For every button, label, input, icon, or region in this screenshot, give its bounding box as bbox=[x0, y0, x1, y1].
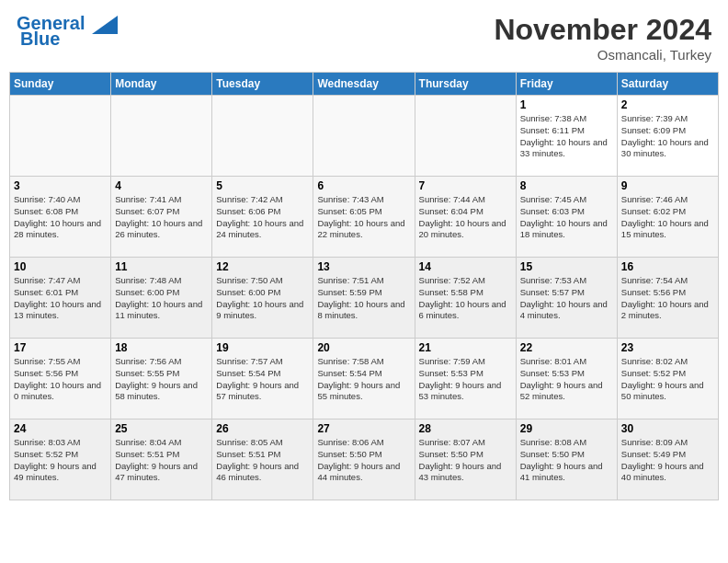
calendar-cell: 30Sunrise: 8:09 AMSunset: 5:49 PMDayligh… bbox=[617, 419, 718, 500]
location-title: Osmancali, Turkey bbox=[494, 47, 711, 63]
weekday-header-row: SundayMondayTuesdayWednesdayThursdayFrid… bbox=[10, 73, 719, 96]
day-info: Sunrise: 7:43 AMSunset: 6:05 PMDaylight:… bbox=[317, 194, 410, 241]
calendar-cell bbox=[111, 96, 212, 177]
calendar-cell: 16Sunrise: 7:54 AMSunset: 5:56 PMDayligh… bbox=[617, 258, 718, 339]
day-number: 2 bbox=[621, 98, 714, 111]
weekday-header-wednesday: Wednesday bbox=[313, 73, 415, 96]
day-number: 27 bbox=[317, 422, 410, 435]
calendar-cell: 9Sunrise: 7:46 AMSunset: 6:02 PMDaylight… bbox=[617, 177, 718, 258]
day-info: Sunrise: 8:02 AMSunset: 5:52 PMDaylight:… bbox=[621, 356, 714, 403]
calendar-cell: 23Sunrise: 8:02 AMSunset: 5:52 PMDayligh… bbox=[617, 339, 718, 419]
day-info: Sunrise: 7:45 AMSunset: 6:03 PMDaylight:… bbox=[520, 194, 613, 241]
calendar-week-row: 1Sunrise: 7:38 AMSunset: 6:11 PMDaylight… bbox=[10, 96, 719, 177]
day-number: 18 bbox=[115, 341, 208, 354]
day-info: Sunrise: 7:55 AMSunset: 5:56 PMDaylight:… bbox=[14, 356, 107, 403]
title-block: November 2024 Osmancali, Turkey bbox=[494, 13, 711, 63]
day-number: 24 bbox=[14, 422, 107, 435]
calendar-cell: 8Sunrise: 7:45 AMSunset: 6:03 PMDaylight… bbox=[516, 177, 617, 258]
day-info: Sunrise: 7:38 AMSunset: 6:11 PMDaylight:… bbox=[520, 113, 613, 160]
day-number: 11 bbox=[115, 260, 208, 273]
svg-marker-0 bbox=[92, 16, 118, 34]
calendar-cell: 29Sunrise: 8:08 AMSunset: 5:50 PMDayligh… bbox=[516, 419, 617, 500]
logo-blue-text: Blue bbox=[20, 29, 60, 50]
day-number: 9 bbox=[621, 179, 714, 192]
calendar-cell: 10Sunrise: 7:47 AMSunset: 6:01 PMDayligh… bbox=[10, 258, 111, 339]
day-info: Sunrise: 7:51 AMSunset: 5:59 PMDaylight:… bbox=[317, 275, 410, 322]
day-info: Sunrise: 7:41 AMSunset: 6:07 PMDaylight:… bbox=[115, 194, 208, 241]
day-number: 26 bbox=[216, 422, 309, 435]
day-number: 30 bbox=[621, 422, 714, 435]
day-number: 7 bbox=[419, 179, 512, 192]
page-header: General Blue November 2024 Osmancali, Tu… bbox=[9, 9, 719, 66]
day-info: Sunrise: 8:01 AMSunset: 5:53 PMDaylight:… bbox=[520, 356, 613, 403]
calendar-cell bbox=[10, 96, 111, 177]
calendar-cell: 4Sunrise: 7:41 AMSunset: 6:07 PMDaylight… bbox=[111, 177, 212, 258]
day-number: 14 bbox=[419, 260, 512, 273]
calendar-cell: 13Sunrise: 7:51 AMSunset: 5:59 PMDayligh… bbox=[313, 258, 415, 339]
calendar-cell: 3Sunrise: 7:40 AMSunset: 6:08 PMDaylight… bbox=[10, 177, 111, 258]
day-number: 21 bbox=[419, 341, 512, 354]
calendar-cell bbox=[415, 96, 516, 177]
calendar-cell: 15Sunrise: 7:53 AMSunset: 5:57 PMDayligh… bbox=[516, 258, 617, 339]
calendar-cell: 27Sunrise: 8:06 AMSunset: 5:50 PMDayligh… bbox=[313, 419, 415, 500]
day-number: 29 bbox=[520, 422, 613, 435]
calendar-week-row: 3Sunrise: 7:40 AMSunset: 6:08 PMDaylight… bbox=[10, 177, 719, 258]
day-number: 16 bbox=[621, 260, 714, 273]
day-info: Sunrise: 7:40 AMSunset: 6:08 PMDaylight:… bbox=[14, 194, 107, 241]
day-info: Sunrise: 7:50 AMSunset: 6:00 PMDaylight:… bbox=[216, 275, 309, 322]
day-number: 15 bbox=[520, 260, 613, 273]
calendar-week-row: 10Sunrise: 7:47 AMSunset: 6:01 PMDayligh… bbox=[10, 258, 719, 339]
day-number: 6 bbox=[317, 179, 410, 192]
logo: General Blue bbox=[17, 13, 118, 50]
day-info: Sunrise: 7:56 AMSunset: 5:55 PMDaylight:… bbox=[115, 356, 208, 403]
calendar-cell: 5Sunrise: 7:42 AMSunset: 6:06 PMDaylight… bbox=[212, 177, 313, 258]
day-info: Sunrise: 7:44 AMSunset: 6:04 PMDaylight:… bbox=[419, 194, 512, 241]
calendar-cell: 14Sunrise: 7:52 AMSunset: 5:58 PMDayligh… bbox=[415, 258, 516, 339]
calendar-cell: 7Sunrise: 7:44 AMSunset: 6:04 PMDaylight… bbox=[415, 177, 516, 258]
day-number: 12 bbox=[216, 260, 309, 273]
day-info: Sunrise: 8:09 AMSunset: 5:49 PMDaylight:… bbox=[621, 437, 714, 484]
calendar-cell: 21Sunrise: 7:59 AMSunset: 5:53 PMDayligh… bbox=[415, 339, 516, 419]
day-info: Sunrise: 7:57 AMSunset: 5:54 PMDaylight:… bbox=[216, 356, 309, 403]
weekday-header-monday: Monday bbox=[111, 73, 212, 96]
day-info: Sunrise: 8:05 AMSunset: 5:51 PMDaylight:… bbox=[216, 437, 309, 484]
day-number: 25 bbox=[115, 422, 208, 435]
day-number: 1 bbox=[520, 98, 613, 111]
weekday-header-friday: Friday bbox=[516, 73, 617, 96]
day-info: Sunrise: 8:03 AMSunset: 5:52 PMDaylight:… bbox=[14, 437, 107, 484]
weekday-header-saturday: Saturday bbox=[617, 73, 718, 96]
calendar-cell: 28Sunrise: 8:07 AMSunset: 5:50 PMDayligh… bbox=[415, 419, 516, 500]
day-info: Sunrise: 8:08 AMSunset: 5:50 PMDaylight:… bbox=[520, 437, 613, 484]
calendar-table: SundayMondayTuesdayWednesdayThursdayFrid… bbox=[9, 72, 719, 500]
day-info: Sunrise: 8:06 AMSunset: 5:50 PMDaylight:… bbox=[317, 437, 410, 484]
day-number: 23 bbox=[621, 341, 714, 354]
day-number: 28 bbox=[419, 422, 512, 435]
calendar-week-row: 17Sunrise: 7:55 AMSunset: 5:56 PMDayligh… bbox=[10, 339, 719, 419]
day-info: Sunrise: 7:58 AMSunset: 5:54 PMDaylight:… bbox=[317, 356, 410, 403]
calendar-cell: 6Sunrise: 7:43 AMSunset: 6:05 PMDaylight… bbox=[313, 177, 415, 258]
calendar-cell: 22Sunrise: 8:01 AMSunset: 5:53 PMDayligh… bbox=[516, 339, 617, 419]
day-info: Sunrise: 7:52 AMSunset: 5:58 PMDaylight:… bbox=[419, 275, 512, 322]
calendar-cell: 19Sunrise: 7:57 AMSunset: 5:54 PMDayligh… bbox=[212, 339, 313, 419]
day-number: 4 bbox=[115, 179, 208, 192]
day-info: Sunrise: 8:07 AMSunset: 5:50 PMDaylight:… bbox=[419, 437, 512, 484]
day-number: 8 bbox=[520, 179, 613, 192]
weekday-header-tuesday: Tuesday bbox=[212, 73, 313, 96]
day-number: 22 bbox=[520, 341, 613, 354]
month-title: November 2024 bbox=[494, 13, 711, 47]
calendar-cell: 26Sunrise: 8:05 AMSunset: 5:51 PMDayligh… bbox=[212, 419, 313, 500]
calendar-cell: 2Sunrise: 7:39 AMSunset: 6:09 PMDaylight… bbox=[617, 96, 718, 177]
calendar-cell: 12Sunrise: 7:50 AMSunset: 6:00 PMDayligh… bbox=[212, 258, 313, 339]
day-number: 13 bbox=[317, 260, 410, 273]
day-info: Sunrise: 7:54 AMSunset: 5:56 PMDaylight:… bbox=[621, 275, 714, 322]
day-info: Sunrise: 7:39 AMSunset: 6:09 PMDaylight:… bbox=[621, 113, 714, 160]
calendar-cell: 24Sunrise: 8:03 AMSunset: 5:52 PMDayligh… bbox=[10, 419, 111, 500]
calendar-cell: 11Sunrise: 7:48 AMSunset: 6:00 PMDayligh… bbox=[111, 258, 212, 339]
weekday-header-thursday: Thursday bbox=[415, 73, 516, 96]
calendar-cell: 18Sunrise: 7:56 AMSunset: 5:55 PMDayligh… bbox=[111, 339, 212, 419]
calendar-cell: 17Sunrise: 7:55 AMSunset: 5:56 PMDayligh… bbox=[10, 339, 111, 419]
day-number: 19 bbox=[216, 341, 309, 354]
day-info: Sunrise: 7:46 AMSunset: 6:02 PMDaylight:… bbox=[621, 194, 714, 241]
calendar-cell: 20Sunrise: 7:58 AMSunset: 5:54 PMDayligh… bbox=[313, 339, 415, 419]
day-number: 3 bbox=[14, 179, 107, 192]
